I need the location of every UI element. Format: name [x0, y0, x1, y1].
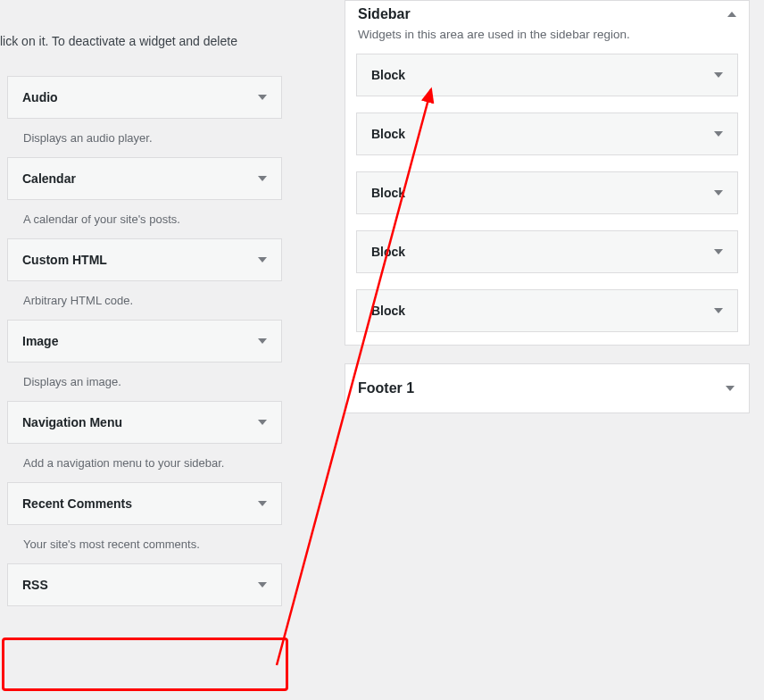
sidebar-widget-block[interactable]: Block	[356, 112, 738, 155]
sidebar-widget-block[interactable]: Block	[356, 230, 738, 273]
intro-text: lick on it. To deactivate a widget and d…	[0, 0, 302, 51]
sidebar-widget-block[interactable]: Block	[356, 289, 738, 332]
area-desc: Widgets in this area are used in the sid…	[356, 26, 738, 54]
widget-desc: Arbitrary HTML code.	[7, 281, 282, 320]
widget-rss[interactable]: RSS	[7, 563, 282, 606]
footer-area-header[interactable]: Footer 1	[345, 363, 750, 413]
chevron-down-icon	[258, 582, 267, 588]
widget-title: Block	[371, 186, 405, 200]
widget-title: Custom HTML	[22, 253, 107, 267]
widget-title: Audio	[22, 90, 58, 104]
widget-title: Block	[371, 127, 405, 141]
chevron-down-icon	[714, 72, 723, 78]
widget-title: Block	[371, 304, 405, 318]
sidebar-widget-block[interactable]: Block	[356, 54, 738, 96]
widget-title: RSS	[22, 578, 48, 592]
widget-title: Navigation Menu	[22, 415, 122, 429]
widget-custom-html[interactable]: Custom HTML	[7, 238, 282, 281]
widget-image[interactable]: Image	[7, 320, 282, 362]
area-title: Footer 1	[358, 380, 414, 396]
chevron-down-icon	[714, 131, 723, 137]
widget-title: Block	[371, 245, 405, 259]
sidebar-area-header[interactable]: Sidebar	[356, 1, 738, 26]
widget-desc: A calendar of your site's posts.	[7, 200, 282, 238]
sidebar-area-panel: Sidebar Widgets in this area are used in…	[345, 0, 750, 346]
widget-navigation-menu[interactable]: Navigation Menu	[7, 401, 282, 444]
chevron-down-icon	[714, 190, 723, 196]
widget-title: Image	[22, 334, 58, 348]
chevron-down-icon	[258, 176, 267, 181]
chevron-up-icon	[727, 12, 736, 17]
widget-desc: Displays an audio player.	[7, 119, 282, 157]
chevron-down-icon	[714, 249, 723, 254]
sidebar-widget-block[interactable]: Block	[356, 171, 738, 214]
chevron-down-icon	[258, 338, 267, 344]
chevron-down-icon	[726, 386, 735, 391]
widget-audio[interactable]: Audio	[7, 76, 282, 119]
chevron-down-icon	[714, 308, 723, 313]
chevron-down-icon	[258, 501, 267, 506]
chevron-down-icon	[258, 257, 267, 262]
widget-recent-comments[interactable]: Recent Comments	[7, 482, 282, 525]
widget-desc: Add a navigation menu to your sidebar.	[7, 444, 282, 482]
widget-title: Recent Comments	[22, 496, 132, 511]
area-title: Sidebar	[358, 6, 411, 22]
widget-title: Block	[371, 68, 405, 82]
chevron-down-icon	[258, 95, 267, 100]
widget-calendar[interactable]: Calendar	[7, 157, 282, 200]
widget-desc: Displays an image.	[7, 362, 282, 401]
chevron-down-icon	[258, 420, 267, 425]
widget-title: Calendar	[22, 171, 76, 186]
widget-desc: Your site's most recent comments.	[7, 525, 282, 563]
